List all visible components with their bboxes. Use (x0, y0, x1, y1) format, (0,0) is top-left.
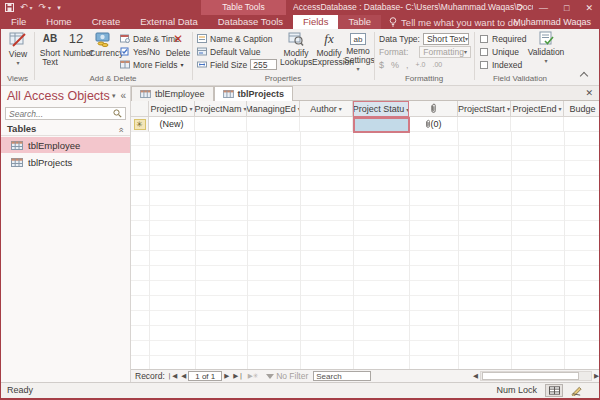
column-header-projectend[interactable]: ProjectEnd▾ (511, 101, 564, 117)
cell-attachment[interactable]: (0) (409, 117, 458, 132)
short-text-icon: AB (37, 31, 63, 47)
field-size-icon (197, 60, 207, 69)
tab-home[interactable]: Home (36, 15, 81, 29)
scroll-right-icon[interactable]: ▶ (592, 372, 600, 380)
scroll-left-icon[interactable]: ◀ (471, 372, 480, 380)
redo-icon[interactable]: ↷ (39, 0, 47, 15)
tab-external-data[interactable]: External Data (130, 15, 208, 29)
tab-database-tools[interactable]: Database Tools (208, 15, 293, 29)
column-header-attachment[interactable] (409, 101, 458, 117)
currency-format-button[interactable]: $ (379, 60, 384, 70)
field-size-control: Field Size 255 (197, 58, 277, 71)
tab-create[interactable]: Create (82, 15, 131, 29)
name-caption-button[interactable]: Name & Caption (197, 32, 277, 45)
column-header-author[interactable]: Author▾ (300, 101, 353, 117)
column-header-budget[interactable]: Budge (564, 101, 600, 117)
modify-expression-button[interactable]: fx Modify Expression (312, 31, 346, 67)
record-search-input[interactable]: Search (313, 371, 371, 381)
close-button[interactable]: ✕ (585, 3, 593, 13)
tab-table[interactable]: Table (338, 15, 381, 29)
currency-icon (95, 31, 111, 47)
column-header-projectstart[interactable]: ProjectStart▾ (458, 101, 511, 117)
percent-format-button[interactable]: % (391, 60, 399, 70)
undo-dropdown-icon[interactable]: ▾ (30, 4, 33, 11)
table-icon (140, 90, 151, 98)
customize-qat-icon[interactable]: ▾ (57, 0, 61, 15)
column-header-projectid[interactable]: ProjectID▾ (149, 101, 195, 117)
view-button[interactable]: View ▾ (6, 31, 30, 66)
tab-file[interactable]: File (1, 15, 36, 29)
column-header-managinged[interactable]: ManagingEd▾ (247, 101, 300, 117)
cell-projectid-new[interactable]: (New) (149, 117, 195, 132)
required-checkbox[interactable]: Required (480, 32, 527, 45)
doc-tab-tblemployee[interactable]: tblEmployee (131, 86, 214, 101)
delete-button[interactable]: ✕ Delete (165, 31, 191, 58)
comma-format-button[interactable]: , (406, 60, 409, 70)
unique-checkbox[interactable]: Unique (480, 45, 527, 58)
nav-group-tables[interactable]: Tables » (1, 122, 130, 136)
previous-record-icon[interactable]: ◀ (179, 372, 188, 380)
cell-projectend[interactable] (511, 117, 564, 132)
date-time-icon (120, 34, 130, 43)
default-value-button[interactable]: Default Value (197, 45, 277, 58)
doc-tab-tblprojects[interactable]: tblProjects (214, 86, 294, 101)
redo-dropdown-icon[interactable]: ▾ (48, 4, 51, 11)
field-size-input[interactable]: 255 (250, 59, 277, 70)
decrease-decimals-icon[interactable]: .00 (432, 61, 442, 68)
save-icon[interactable] (5, 3, 14, 12)
cell-budget[interactable] (564, 117, 600, 132)
no-filter-toggle[interactable]: No Filter (276, 371, 308, 381)
memo-settings-button[interactable]: ab Memo Settings ▾ (344, 31, 372, 72)
tell-me-box[interactable]: Tell me what you want to do... (381, 15, 534, 29)
column-header-projectname[interactable]: ProjectNam▾ (195, 101, 247, 117)
first-record-icon[interactable]: ❘◀ (165, 372, 179, 380)
scrollbar-thumb[interactable] (482, 372, 579, 380)
design-view-button[interactable] (567, 384, 585, 397)
close-document-icon[interactable]: ✕ (585, 88, 593, 98)
short-text-button[interactable]: AB Short Text (37, 31, 63, 67)
nav-pane-title[interactable]: All Access Objects (7, 89, 110, 103)
record-position[interactable]: 1 of 1 (188, 371, 222, 381)
default-value-icon (197, 47, 207, 56)
nav-item-tblprojects[interactable]: tblProjects (1, 154, 130, 170)
next-record-icon[interactable]: ▶ (222, 372, 231, 380)
cell-author[interactable] (300, 117, 353, 132)
indexed-checkbox[interactable]: Indexed (480, 58, 527, 71)
minimize-button[interactable]: — (539, 3, 548, 13)
cell-managinged[interactable] (247, 117, 300, 132)
tab-fields-active[interactable]: Fields (293, 15, 338, 29)
collapse-group-icon[interactable]: » (113, 127, 127, 132)
cell-projectstart[interactable] (458, 117, 511, 132)
data-type-select[interactable]: Short Text▾ (423, 33, 469, 45)
nav-search-box[interactable] (5, 107, 126, 120)
number-button[interactable]: 12 Number (63, 31, 89, 58)
nav-search-input[interactable] (6, 109, 113, 119)
undo-icon[interactable]: ↶ (20, 0, 28, 15)
checkbox-icon (480, 48, 488, 56)
help-button[interactable]: ? (518, 3, 523, 13)
signed-in-user[interactable]: Muhammad Waqas (513, 15, 591, 29)
format-select[interactable]: Formatting▾ (419, 46, 471, 58)
currency-button[interactable]: Currency (89, 31, 117, 58)
validation-button[interactable]: Validation ▾ (526, 31, 566, 64)
nav-item-tblemployee[interactable]: tblEmployee (1, 137, 130, 153)
new-record-selector[interactable]: ✳ (131, 117, 149, 132)
active-cell-highlight[interactable] (353, 117, 410, 133)
more-fields-button[interactable]: More Fields▾ (120, 58, 183, 71)
ribbon-group-add-delete: AB Short Text 12 Number Currency Date & … (34, 29, 192, 85)
shutter-close-icon[interactable]: « (120, 90, 126, 101)
datasheet-view-button[interactable] (545, 384, 563, 397)
cell-projectname[interactable] (195, 117, 247, 132)
modify-lookups-button[interactable]: Modify Lookups (280, 31, 312, 67)
datasheet-document: tblEmployee tblProjects ✕ ProjectID▾ Pro… (131, 86, 600, 382)
title-bar: ↶▾ ↷▾ ▾ Table Tools AccessDatabase : Dat… (1, 0, 599, 15)
select-all-cell[interactable] (131, 101, 149, 117)
column-header-project-status-selected[interactable]: Project Statu▾ (353, 101, 409, 117)
new-blank-record-icon[interactable]: ▶✳ (246, 372, 260, 380)
collapse-ribbon-icon[interactable] (580, 72, 588, 80)
nav-pane-menu-icon[interactable]: ▾ (112, 92, 116, 100)
last-record-icon[interactable]: ▶❘ (231, 372, 245, 380)
maximize-button[interactable]: □ (564, 3, 569, 13)
scrollbar-track[interactable] (480, 371, 592, 381)
increase-decimals-icon[interactable]: +.0 (416, 61, 426, 68)
